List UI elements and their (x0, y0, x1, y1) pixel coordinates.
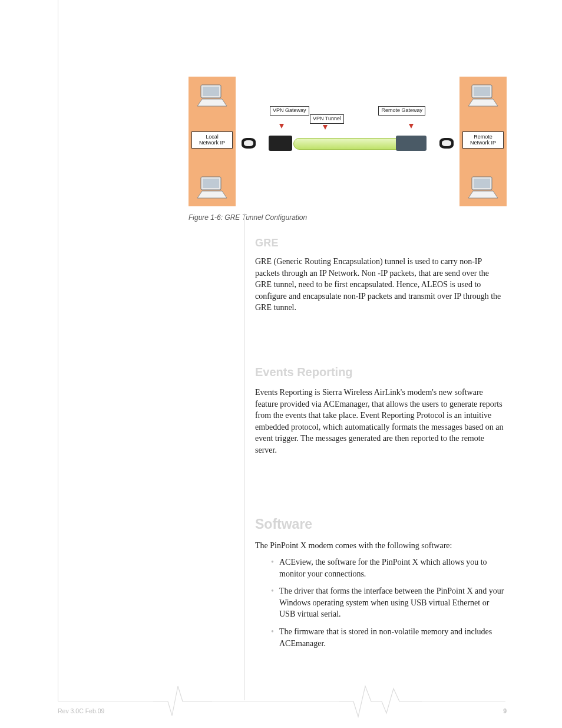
svg-marker-8 (468, 99, 498, 106)
page-footer: Rev 3.0C Feb.09 9 (58, 707, 507, 714)
local-network-ip-label: Local Network IP (191, 131, 233, 149)
paragraph-software-intro: The PinPoint X modem comes with the foll… (255, 540, 505, 552)
heading-gre: GRE (255, 237, 279, 249)
svg-rect-7 (474, 87, 490, 96)
heading-software: Software (255, 516, 312, 532)
list-item: The driver that forms the interface betw… (271, 585, 505, 620)
laptop-icon (466, 83, 500, 108)
margin-rule-left (58, 0, 58, 701)
router-icon (439, 138, 454, 149)
remote-gateway-label: Remote Gateway (378, 106, 425, 116)
arrow-down-icon (409, 124, 414, 129)
laptop-icon (195, 83, 229, 108)
software-bullet-list: ACEview, the software for the PinPoint X… (271, 556, 505, 655)
router-icon (242, 138, 256, 149)
arrow-down-icon (323, 125, 328, 130)
figure-caption: Figure 1-6: GRE Tunnel Configuration (189, 213, 307, 222)
vpn-gateway-device-icon (269, 136, 292, 151)
figure-gre-tunnel-diagram: Local Network IP Remote Network IP VPN G… (189, 77, 507, 206)
laptop-icon (466, 174, 500, 200)
svg-rect-10 (474, 179, 490, 188)
footer-rule (58, 701, 505, 701)
vpn-gateway-label: VPN Gateway (270, 106, 309, 116)
heartbeat-divider-icon (153, 685, 212, 720)
list-item: The firmware that is stored in non-volat… (271, 626, 505, 649)
svg-marker-2 (197, 99, 227, 106)
column-rule (244, 213, 244, 700)
svg-rect-4 (203, 179, 219, 188)
arrow-down-icon (279, 124, 284, 129)
svg-marker-11 (468, 191, 498, 198)
svg-rect-1 (203, 87, 219, 96)
footer-page-number: 9 (503, 707, 507, 714)
vpn-tunnel-label: VPN Tunnel (310, 114, 344, 124)
paragraph-events-reporting: Events Reporting is Sierra Wireless AirL… (255, 387, 505, 456)
svg-rect-13 (339, 685, 422, 720)
svg-marker-5 (197, 191, 227, 198)
local-network-panel: Local Network IP (189, 77, 236, 206)
remote-network-ip-label: Remote Network IP (462, 131, 504, 149)
svg-rect-12 (153, 685, 212, 720)
paragraph-gre: GRE (Generic Routing Encapsulation) tunn… (255, 256, 505, 314)
remote-network-panel: Remote Network IP (459, 77, 507, 206)
vpn-tunnel-graphic (293, 138, 402, 150)
page: Local Network IP Remote Network IP VPN G… (0, 0, 562, 728)
heartbeat-divider-icon (339, 685, 422, 720)
laptop-icon (195, 174, 229, 200)
heading-events-reporting: Events Reporting (255, 365, 353, 379)
remote-gateway-device-icon (396, 136, 427, 151)
footer-revision: Rev 3.0C Feb.09 (58, 707, 104, 714)
list-item: ACEview, the software for the PinPoint X… (271, 556, 505, 579)
